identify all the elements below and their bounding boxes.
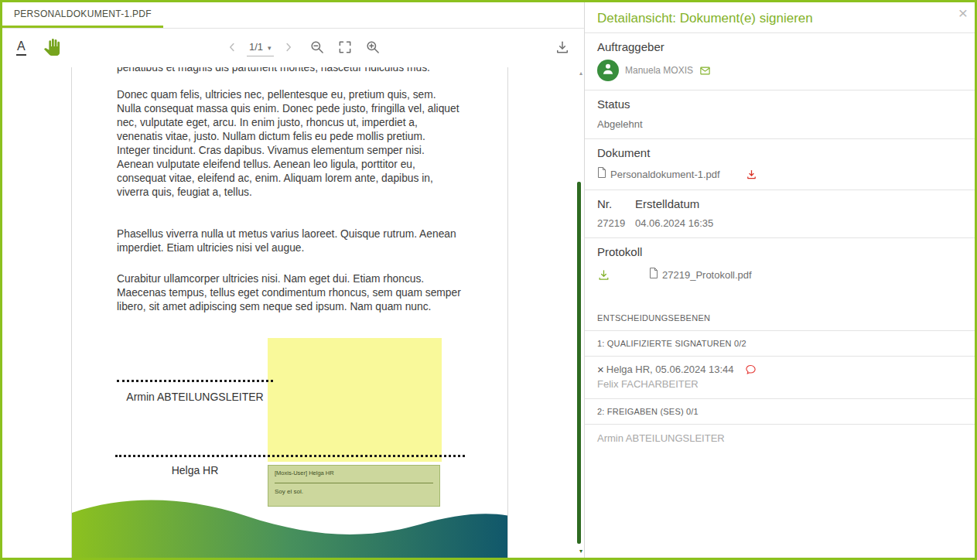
protokoll-filename-link[interactable]: 27219_Protokoll.pdf xyxy=(662,269,752,281)
scroll-down-icon[interactable]: ▾ xyxy=(579,548,582,555)
download-protokoll-green-icon[interactable] xyxy=(597,268,610,282)
email-icon[interactable] xyxy=(699,65,711,77)
status-value: Abgelehnt xyxy=(597,118,962,130)
protokoll-file: 27219_Protokoll.pdf xyxy=(649,268,752,282)
person-icon xyxy=(600,61,616,80)
nr-value: 27219 xyxy=(597,217,635,229)
dokument-label: Dokument xyxy=(597,146,962,159)
signer-row-felix: Felix FACHARBEITER xyxy=(597,378,962,390)
chevron-down-icon: ▾ xyxy=(268,44,272,52)
document-tab-bar: PERSONALDOKUMENT-1.PDF xyxy=(2,2,584,29)
signer-row-helga: × Helga HR, 05.06.2024 13:44 xyxy=(597,364,962,375)
section-meta: Nr. Erstelldatum 27219 04.06.2024 16:35 xyxy=(585,190,975,237)
signature-label-armin: Armin ABTEILUNGSLEITER xyxy=(117,391,273,403)
signature-label-helga: Helga HR xyxy=(117,464,273,476)
rejected-x-icon: × xyxy=(597,364,604,375)
dokument-file-row: Personaldokument-1.pdf xyxy=(597,167,962,181)
comment-bubble-icon[interactable] xyxy=(745,364,757,375)
toolbar-right xyxy=(555,39,570,57)
hand-icon xyxy=(43,39,60,58)
footer-wave-graphic xyxy=(72,490,508,558)
pdf-canvas-area[interactable]: penatibus et magnis dis parturient monte… xyxy=(2,67,584,558)
chevron-left-icon xyxy=(225,40,239,56)
next-page-button[interactable] xyxy=(282,40,295,56)
zoom-in-icon xyxy=(365,39,381,57)
zoom-controls xyxy=(309,39,381,57)
text-annotation-tool-button[interactable]: A xyxy=(16,40,26,56)
tab-label: PERSONALDOKUMENT-1.PDF xyxy=(14,9,152,19)
document-paragraph-1: Donec quam felis, ultricies nec, pellent… xyxy=(117,88,487,200)
auftraggeber-person-row: Manuela MOXIS xyxy=(597,60,962,81)
level-1-title: 1: QUALIFIZIERTE SIGNATUREN 0/2 xyxy=(585,330,975,356)
clipped-text-line: penatibus et magnis dis parturient monte… xyxy=(117,67,488,75)
pdf-toolbar: A 1/1 ▾ xyxy=(2,29,584,67)
section-status: Status Abgelehnt xyxy=(585,90,975,138)
meta-grid: Nr. Erstelldatum 27219 04.06.2024 16:35 xyxy=(597,197,962,229)
section-protokoll: Protokoll 27219_Protokoll.pdf xyxy=(585,237,975,290)
section-auftraggeber: Auftraggeber Manuela MOXIS xyxy=(585,32,975,90)
detail-panel-title: Detailansicht: Dokument(e) signieren xyxy=(597,11,813,26)
scroll-up-icon[interactable]: ▴ xyxy=(579,70,582,77)
zoom-out-button[interactable] xyxy=(309,39,325,57)
level-1-signers: × Helga HR, 05.06.2024 13:44 Felix FACHA… xyxy=(585,356,975,398)
annotation-tools: A xyxy=(16,39,60,58)
protokoll-label: Protokoll xyxy=(597,245,962,258)
pdf-page: penatibus et magnis dis parturient monte… xyxy=(71,67,508,558)
signature-field-highlight[interactable] xyxy=(268,338,442,462)
detail-panel: Detailansicht: Dokument(e) signieren × A… xyxy=(584,2,975,558)
signer-row-armin: Armin ABTEILUNGSLEITER xyxy=(585,424,975,452)
close-icon[interactable]: × xyxy=(957,3,969,22)
entscheidungsebenen-header: ENTSCHEIDUNGSEBENEN xyxy=(585,290,975,330)
tab-personaldokument[interactable]: PERSONALDOKUMENT-1.PDF xyxy=(2,2,163,28)
nr-label: Nr. xyxy=(597,197,635,210)
zoom-in-button[interactable] xyxy=(365,39,381,57)
dokument-filename-link[interactable]: Personaldokument-1.pdf xyxy=(610,169,720,180)
auftraggeber-label: Auftraggeber xyxy=(597,40,962,53)
protokoll-row: 27219_Protokoll.pdf xyxy=(597,268,962,282)
viewer-scrollbar-thumb[interactable] xyxy=(577,182,581,544)
signature-dotted-line-1 xyxy=(117,380,273,382)
detail-panel-header: Detailansicht: Dokument(e) signieren × xyxy=(585,2,975,32)
chevron-right-icon xyxy=(282,40,295,56)
download-icon xyxy=(555,39,570,57)
pan-hand-tool-button[interactable] xyxy=(43,39,60,58)
document-paragraph-2: Phasellus viverra nulla ut metus varius … xyxy=(117,227,487,255)
section-dokument: Dokument Personaldokument-1.pdf xyxy=(585,138,975,190)
previous-page-button[interactable] xyxy=(225,40,239,56)
fullscreen-button[interactable] xyxy=(337,39,353,57)
status-label: Status xyxy=(597,97,962,111)
erstelldatum-label: Erstelldatum xyxy=(635,197,962,210)
moxis-signing-app: PERSONALDOKUMENT-1.PDF A 1/1 ▾ xyxy=(0,0,977,560)
pdf-viewer-pane: PERSONALDOKUMENT-1.PDF A 1/1 ▾ xyxy=(2,2,584,558)
zoom-out-icon xyxy=(309,39,325,57)
level-2-title: 2: FREIGABEN (SES) 0/1 xyxy=(585,398,975,424)
fullscreen-icon xyxy=(337,39,353,57)
page-navigation: 1/1 ▾ xyxy=(225,29,381,67)
avatar xyxy=(597,60,619,81)
auftraggeber-name: Manuela MOXIS xyxy=(625,65,693,76)
protokoll-file-icon xyxy=(649,268,658,282)
signature-dotted-line-2 xyxy=(115,455,465,457)
stamp-user-line: [Moxis-User] Helga HR xyxy=(275,470,433,483)
document-file-icon xyxy=(597,167,606,181)
document-paragraph-3: Curabitur ullamcorper ultricies nisi. Na… xyxy=(117,272,487,314)
signer-name-date: Helga HR, 05.06.2024 13:44 xyxy=(606,364,734,375)
download-dokument-red-icon[interactable] xyxy=(746,169,757,180)
download-document-button[interactable] xyxy=(555,39,570,57)
page-indicator-value: 1/1 xyxy=(249,41,263,53)
page-indicator-dropdown[interactable]: 1/1 ▾ xyxy=(247,39,274,56)
erstelldatum-value: 04.06.2024 16:35 xyxy=(635,217,962,229)
